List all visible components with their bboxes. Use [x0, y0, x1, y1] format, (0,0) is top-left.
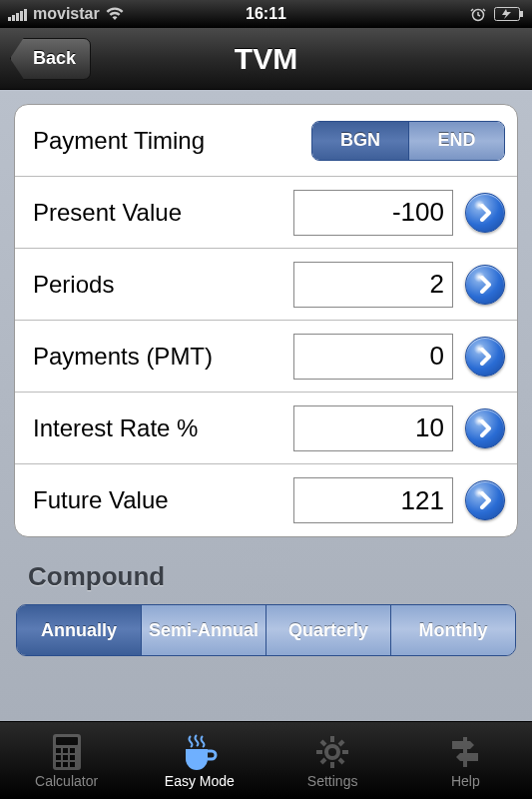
- row-payment-timing: Payment Timing BGN END: [15, 105, 517, 177]
- chevron-right-icon: [478, 204, 492, 222]
- periods-input[interactable]: [293, 262, 453, 308]
- wifi-icon: [106, 7, 124, 21]
- cup-icon: [180, 733, 220, 771]
- compound-semi-annual[interactable]: Semi-Annual: [141, 605, 266, 655]
- row-future-value: Future Value: [15, 464, 517, 536]
- back-button[interactable]: Back: [10, 38, 91, 80]
- present-value-detail[interactable]: [465, 193, 505, 233]
- payment-timing-segment: BGN END: [311, 121, 505, 161]
- compound-monthly[interactable]: Monthly: [390, 605, 515, 655]
- tvm-card: Payment Timing BGN END Present Value Per…: [14, 104, 518, 537]
- payment-timing-bgn[interactable]: BGN: [312, 122, 408, 160]
- svg-rect-9: [63, 755, 68, 760]
- svg-rect-10: [70, 755, 75, 760]
- interest-rate-input[interactable]: [293, 405, 453, 451]
- signpost-icon: [446, 733, 484, 771]
- periods-detail[interactable]: [465, 265, 505, 305]
- app-screen: movistar 16:11 Back TVM Payment Timing: [0, 0, 532, 799]
- tab-settings-label: Settings: [307, 773, 358, 789]
- svg-rect-6: [63, 748, 68, 753]
- gear-icon: [313, 733, 351, 771]
- future-value-label: Future Value: [33, 486, 293, 514]
- payment-timing-end[interactable]: END: [408, 122, 504, 160]
- battery-icon: [494, 7, 524, 21]
- present-value-input[interactable]: [293, 190, 453, 236]
- payment-timing-label: Payment Timing: [33, 127, 311, 155]
- compound-segment: Annually Semi-Annual Quarterly Monthly: [16, 604, 516, 656]
- svg-rect-7: [70, 748, 75, 753]
- svg-point-14: [326, 746, 338, 758]
- back-label: Back: [33, 48, 76, 69]
- tab-help[interactable]: Help: [399, 722, 532, 799]
- row-periods: Periods: [15, 249, 517, 321]
- row-present-value: Present Value: [15, 177, 517, 249]
- svg-rect-13: [70, 762, 75, 767]
- svg-rect-12: [63, 762, 68, 767]
- svg-line-20: [339, 759, 343, 763]
- svg-rect-8: [56, 755, 61, 760]
- interest-rate-label: Interest Rate %: [33, 414, 293, 442]
- tab-easy-mode[interactable]: Easy Mode: [133, 722, 266, 799]
- future-value-detail[interactable]: [465, 480, 505, 520]
- tab-calculator-label: Calculator: [35, 773, 98, 789]
- chevron-right-icon: [478, 419, 492, 437]
- tab-settings[interactable]: Settings: [266, 722, 399, 799]
- compound-quarterly[interactable]: Quarterly: [266, 605, 390, 655]
- compound-annually[interactable]: Annually: [17, 605, 141, 655]
- periods-label: Periods: [33, 271, 293, 299]
- payments-label: Payments (PMT): [33, 343, 293, 371]
- svg-rect-4: [56, 737, 78, 745]
- chevron-right-icon: [478, 491, 492, 509]
- svg-rect-5: [56, 748, 61, 753]
- tab-calculator[interactable]: Calculator: [0, 722, 133, 799]
- chevron-right-icon: [478, 276, 492, 294]
- future-value-input[interactable]: [293, 477, 453, 523]
- payments-detail[interactable]: [465, 337, 505, 377]
- svg-rect-2: [520, 11, 523, 17]
- chevron-right-icon: [478, 348, 492, 366]
- calculator-icon: [50, 733, 84, 771]
- clock-label: 16:11: [180, 5, 351, 23]
- signal-icon: [8, 7, 27, 21]
- tab-help-label: Help: [451, 773, 480, 789]
- content-area: Payment Timing BGN END Present Value Per…: [0, 90, 532, 721]
- interest-rate-detail[interactable]: [465, 408, 505, 448]
- svg-rect-11: [56, 762, 61, 767]
- nav-bar: Back TVM: [0, 28, 532, 90]
- present-value-label: Present Value: [33, 199, 293, 227]
- tab-easy-mode-label: Easy Mode: [165, 773, 235, 789]
- svg-line-21: [321, 759, 325, 763]
- status-bar: movistar 16:11: [0, 0, 532, 28]
- row-interest-rate: Interest Rate %: [15, 393, 517, 464]
- alarm-icon: [470, 6, 486, 22]
- carrier-label: movistar: [33, 5, 100, 23]
- svg-line-22: [339, 741, 343, 745]
- svg-line-19: [321, 741, 325, 745]
- tab-bar: Calculator Easy Mode Settings Help: [0, 721, 532, 799]
- compound-header: Compound: [28, 561, 518, 592]
- payments-input[interactable]: [293, 334, 453, 380]
- row-payments: Payments (PMT): [15, 321, 517, 393]
